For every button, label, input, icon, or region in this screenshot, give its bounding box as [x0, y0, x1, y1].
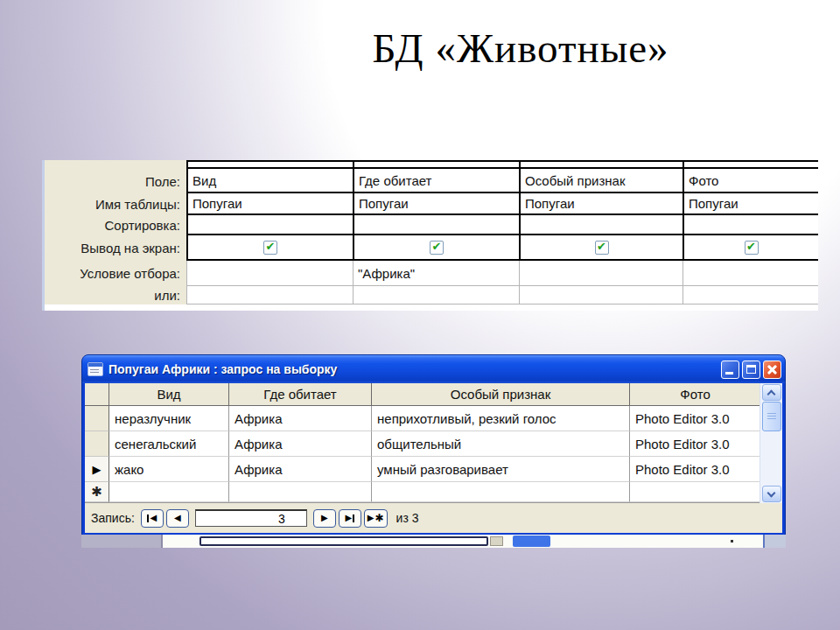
show-checkbox[interactable]: ✔	[595, 241, 609, 255]
current-row-selector[interactable]: ▶	[85, 457, 109, 482]
table-cell[interactable]: сенегальский	[109, 431, 229, 457]
window-titlebar[interactable]: Попугаи Африки : запрос на выборку	[82, 355, 785, 383]
new-record-cell[interactable]	[630, 482, 761, 502]
query-window-icon	[88, 362, 103, 376]
check-icon: ✔	[266, 241, 276, 252]
table-cell[interactable]: Попугаи	[519, 193, 682, 215]
table-cell[interactable]: Попугаи	[353, 193, 519, 215]
record-number-input[interactable]	[195, 509, 307, 527]
field-cell[interactable]: Фото	[682, 169, 818, 193]
datasheet: Вид Где обитает Особый признак Фото нера…	[85, 383, 761, 502]
close-button[interactable]	[763, 360, 781, 379]
show-cell: ✔	[353, 235, 519, 261]
column-header-osobyj-priznak[interactable]: Особый признак	[372, 383, 630, 406]
new-record-button[interactable]: ▶ ✱	[364, 509, 388, 528]
criteria-cell[interactable]	[186, 261, 353, 286]
or-cell[interactable]	[353, 286, 519, 304]
new-record-cell[interactable]	[372, 482, 630, 502]
table-cell[interactable]: неразлучник	[109, 406, 229, 431]
table-cell[interactable]: жако	[109, 457, 229, 482]
new-record-selector[interactable]: ✱	[85, 482, 109, 502]
criteria-cell[interactable]	[519, 261, 682, 286]
table-cell[interactable]: Photo Editor 3.0	[630, 406, 761, 431]
show-checkbox[interactable]: ✔	[430, 241, 444, 255]
sliver-blue-block	[513, 536, 550, 547]
query-design-grid-panel: Поле: Вид Где обитает Особый признак Фот…	[42, 160, 818, 311]
maximize-icon	[746, 365, 756, 374]
window-title: Попугаи Африки : запрос на выборку	[108, 362, 718, 376]
column-selector-foto[interactable]	[682, 160, 818, 169]
criteria-cell[interactable]	[682, 261, 818, 286]
minimize-button[interactable]	[721, 360, 739, 379]
new-record-cell[interactable]	[229, 482, 372, 502]
or-cell[interactable]	[186, 286, 353, 304]
next-triangle-icon: ▶	[345, 514, 352, 522]
window-client-area: Вид Где обитает Особый признак Фото нера…	[82, 383, 785, 536]
or-cell[interactable]	[519, 286, 682, 304]
row-selector[interactable]	[85, 406, 109, 431]
cropped-ui-sliver	[81, 535, 786, 548]
first-record-button[interactable]: ◀	[141, 509, 164, 528]
record-nav-label: Запись:	[91, 511, 135, 525]
record-count-text: из 3	[396, 511, 419, 525]
table-cell[interactable]: Попугаи	[186, 193, 353, 215]
or-cell[interactable]	[682, 286, 818, 304]
current-record-arrow-icon: ▶	[93, 464, 102, 475]
sort-cell[interactable]	[682, 215, 818, 235]
slide-background: { "slide": { "title": "БД «Животные»" },…	[0, 0, 840, 630]
row-selector[interactable]	[85, 431, 109, 457]
previous-record-button[interactable]: ◀	[166, 509, 189, 528]
field-cell[interactable]: Где обитает	[353, 169, 519, 193]
chevron-up-icon	[767, 389, 776, 398]
row-selector-header[interactable]	[85, 383, 109, 406]
scrollbar-thumb[interactable]	[762, 402, 781, 431]
minimize-icon	[725, 372, 733, 374]
sort-cell[interactable]	[353, 215, 519, 235]
row-label-sort: Сортировка:	[45, 215, 186, 235]
sliver-input-outline	[200, 536, 488, 546]
prev-triangle-icon: ◀	[174, 514, 181, 522]
show-checkbox[interactable]: ✔	[263, 241, 277, 255]
sliver-gray-block	[81, 535, 163, 548]
table-cell[interactable]: умный разговаривает	[372, 457, 630, 482]
column-selector-vid[interactable]	[186, 160, 353, 169]
new-record-cell[interactable]	[109, 482, 229, 502]
scroll-up-button[interactable]	[762, 384, 781, 401]
criteria-cell[interactable]: "Африка"	[353, 261, 519, 286]
new-record-icon: ✱	[91, 486, 102, 499]
column-header-foto[interactable]: Фото	[630, 383, 761, 406]
next-record-button[interactable]: ▶	[313, 509, 336, 528]
table-cell[interactable]: Африка	[229, 431, 372, 457]
field-cell[interactable]: Особый признак	[519, 169, 682, 193]
table-cell[interactable]: Попугаи	[682, 193, 818, 215]
sort-cell[interactable]	[519, 215, 682, 235]
table-cell[interactable]: Африка	[229, 406, 372, 431]
show-checkbox[interactable]: ✔	[745, 241, 759, 255]
field-cell[interactable]: Вид	[186, 169, 353, 193]
column-selector-gde-obitaet[interactable]	[353, 160, 519, 169]
column-header-vid[interactable]: Вид	[109, 383, 229, 406]
sort-cell[interactable]	[186, 215, 353, 235]
slide-title: БД «Животные»	[0, 24, 840, 72]
scroll-down-button[interactable]	[762, 486, 781, 502]
row-label-show: Вывод на экран:	[45, 235, 186, 261]
query-result-window: Попугаи Африки : запрос на выборку Вид Г…	[81, 354, 786, 536]
column-selector-osobyj-priznak[interactable]	[519, 160, 682, 169]
check-icon: ✔	[746, 241, 756, 252]
row-label-or: или:	[45, 286, 186, 304]
maximize-button[interactable]	[742, 360, 760, 379]
record-navigation-bar: Запись: ◀ ◀ ▶ ▶ ▶ ✱ из 3	[85, 502, 782, 533]
vertical-scrollbar[interactable]	[760, 383, 782, 503]
table-cell[interactable]: Photo Editor 3.0	[630, 431, 761, 457]
next-triangle-icon: ▶	[321, 514, 328, 522]
last-record-icon	[353, 514, 354, 522]
last-record-button[interactable]: ▶	[339, 509, 361, 528]
table-cell[interactable]: Photo Editor 3.0	[630, 457, 761, 482]
table-cell[interactable]: общительный	[372, 431, 630, 457]
column-header-gde-obitaet[interactable]: Где обитает	[229, 383, 372, 406]
show-cell: ✔	[186, 235, 353, 261]
row-label-field: Поле:	[45, 169, 186, 193]
next-triangle-icon: ▶	[368, 514, 374, 522]
table-cell[interactable]: неприхотливый, резкий голос	[372, 406, 630, 431]
table-cell[interactable]: Африка	[229, 457, 372, 482]
